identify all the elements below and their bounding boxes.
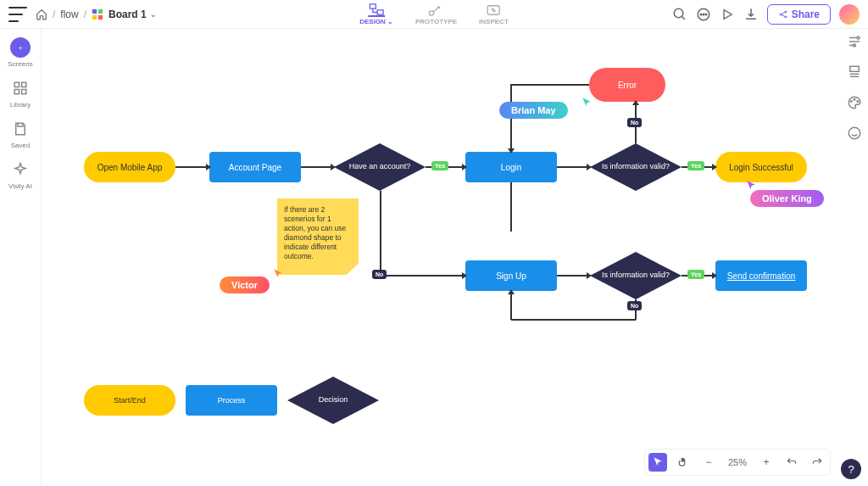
play-icon[interactable] [720, 7, 735, 22]
svg-point-8 [674, 8, 683, 18]
badge-yes: Yes [431, 161, 448, 170]
node-error[interactable]: Error [589, 68, 665, 102]
avatar[interactable] [839, 4, 860, 25]
svg-rect-5 [377, 9, 383, 14]
home-icon[interactable] [36, 8, 47, 20]
redo-button[interactable] [808, 453, 826, 472]
download-icon[interactable] [743, 7, 759, 22]
chevron-down-icon: ⌄ [150, 10, 157, 19]
sidebar-saved[interactable]: Saved [10, 119, 31, 149]
svg-rect-16 [14, 82, 19, 87]
zoom-out[interactable]: − [699, 453, 718, 472]
cursor-oliver: Oliver King [750, 190, 824, 207]
comment-icon[interactable] [696, 7, 711, 22]
svg-point-15 [785, 16, 787, 18]
chevron-down-icon: ⌄ [387, 18, 393, 25]
board-icon [92, 8, 103, 20]
svg-point-13 [780, 14, 782, 15]
svg-rect-18 [14, 90, 19, 94]
tab-inspect[interactable]: INSPECT [476, 2, 512, 27]
sidebar-library[interactable]: Library [10, 78, 31, 109]
undo-button[interactable] [782, 453, 801, 472]
node-login-success[interactable]: Login Successful [715, 152, 807, 182]
badge-no: No [627, 118, 642, 127]
pointer-tool[interactable] [648, 453, 667, 472]
svg-rect-4 [370, 3, 376, 8]
svg-rect-3 [98, 14, 103, 19]
search-icon[interactable] [672, 7, 687, 22]
node-sign-up[interactable]: Sign Up [465, 260, 557, 291]
legend-process[interactable]: Process [186, 385, 277, 416]
hand-tool[interactable] [674, 453, 693, 472]
svg-rect-1 [98, 8, 103, 13]
node-login[interactable]: Login [465, 152, 557, 182]
sticky-note[interactable]: If there are 2 scenerios for 1 action, y… [277, 198, 359, 275]
breadcrumb: / flow / Board 1 ⌄ [36, 8, 157, 20]
node-have-account[interactable]: Have an account? [334, 143, 426, 191]
legend-decision[interactable]: Decision [287, 377, 379, 424]
add-screen-button[interactable]: ＋ Screens [8, 37, 32, 68]
svg-rect-19 [21, 90, 25, 94]
svg-point-11 [703, 14, 704, 15]
cursor-victor: Victor [220, 277, 270, 293]
board-name[interactable]: Board 1 ⌄ [108, 8, 157, 20]
svg-rect-17 [21, 82, 25, 87]
cursor-brian: Brian May [499, 102, 568, 119]
node-info-valid-2[interactable]: Is information valid? [590, 252, 682, 299]
canvas[interactable]: Open Mobile App Account Page Have an acc… [42, 29, 868, 486]
tab-design[interactable]: DESIGN⌄ [356, 2, 397, 27]
node-info-valid-1[interactable]: Is information valid? [590, 143, 682, 191]
breadcrumb-flow[interactable]: flow [60, 8, 78, 20]
legend-startend[interactable]: Start/End [84, 385, 175, 416]
badge-no: No [627, 301, 642, 310]
node-open-app[interactable]: Open Mobile App [84, 152, 175, 182]
svg-point-6 [430, 11, 434, 15]
svg-rect-2 [92, 14, 97, 19]
zoom-in[interactable]: + [757, 453, 776, 472]
badge-yes: Yes [687, 161, 704, 170]
zoom-level[interactable]: 25% [725, 457, 750, 467]
svg-rect-0 [92, 8, 97, 13]
share-button[interactable]: Share [767, 4, 831, 25]
badge-no: No [372, 270, 387, 279]
node-account-page[interactable]: Account Page [209, 152, 301, 182]
sidebar-visily-ai[interactable]: Visily AI [8, 159, 32, 190]
badge-yes: Yes [687, 270, 704, 279]
bottom-controls: − 25% + [644, 449, 831, 476]
tab-prototype[interactable]: PROTOTYPE [412, 2, 460, 27]
menu-icon[interactable] [8, 7, 27, 22]
svg-point-12 [705, 14, 707, 15]
svg-point-10 [700, 14, 702, 15]
svg-point-14 [785, 11, 787, 13]
node-send-confirmation[interactable]: Send confirmation [715, 260, 807, 291]
help-button[interactable]: ? [841, 459, 861, 479]
